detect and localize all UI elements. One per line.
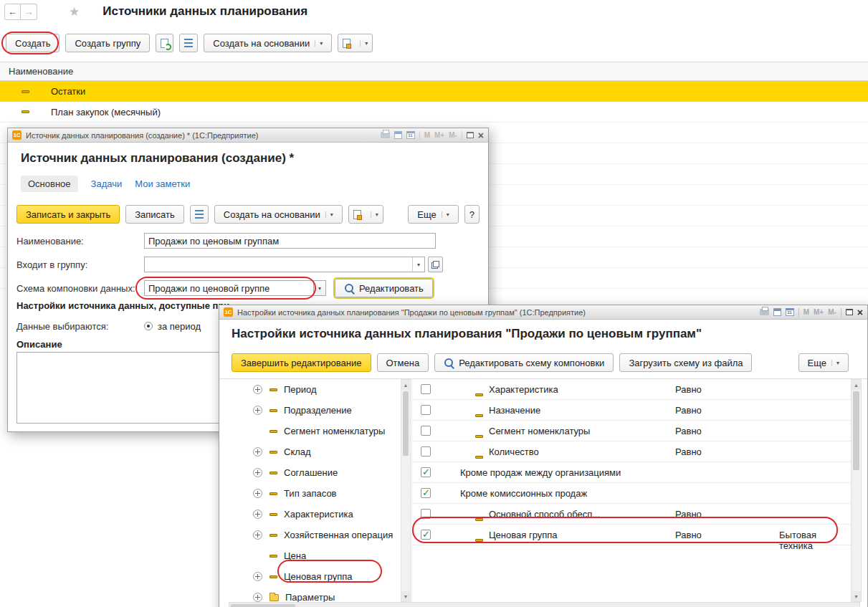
save-and-close-button[interactable]: Записать и закрыть [16, 205, 120, 224]
scroll-down-icon[interactable]: ▼ [401, 591, 410, 601]
condition-row[interactable]: Характеристика Равно [412, 379, 851, 400]
tab-notes[interactable]: Мои заметки [135, 176, 190, 192]
cancel-button[interactable]: Отмена [377, 353, 429, 372]
group-combobox[interactable]: ▾ [144, 257, 425, 272]
scroll-up-icon[interactable]: ▲ [401, 380, 410, 390]
memory-m-minus-button[interactable]: M- [449, 131, 457, 139]
close-icon[interactable]: × [857, 307, 863, 317]
scrollbar-thumb[interactable] [853, 391, 859, 470]
list-row[interactable]: План закупок (месячный) [0, 102, 868, 123]
name-input[interactable] [144, 233, 436, 249]
condition-checkbox[interactable] [421, 384, 431, 394]
open-link-button[interactable] [428, 257, 443, 272]
tree-scrollbar[interactable]: ▲ ▼ [401, 379, 411, 602]
magnifier-edit-icon [444, 358, 454, 368]
dialog1-titlebar[interactable]: 1С Источник данных планирования (создани… [8, 128, 488, 143]
list-output-button[interactable] [190, 205, 209, 224]
finish-editing-button[interactable]: Завершить редактирование [232, 353, 371, 372]
tab-main[interactable]: Основное [21, 176, 78, 192]
print-icon[interactable] [760, 309, 769, 315]
condition-row[interactable]: Назначение Равно [412, 400, 851, 421]
condition-row[interactable]: Кроме комиссионных продаж [412, 483, 851, 504]
tree-item-characteristic[interactable]: Характеристика [229, 504, 401, 525]
conditions-scrollbar[interactable]: ▲ ▼ [851, 379, 862, 602]
tree-item-price-group[interactable]: Ценовая группа [229, 566, 401, 587]
save-button[interactable]: Записать [125, 205, 184, 224]
condition-operator: Равно [675, 384, 702, 395]
forward-button[interactable]: → [21, 4, 37, 20]
calendar-icon[interactable] [773, 308, 781, 316]
back-button[interactable]: ← [4, 4, 21, 20]
scrollbar-thumb[interactable] [231, 604, 295, 607]
memory-m-minus-button[interactable]: M- [828, 308, 836, 316]
create-button[interactable]: Создать [6, 34, 59, 52]
create-based-on-dropdown[interactable]: Создать на основании ▾ [204, 34, 332, 52]
calendar-31-icon[interactable]: 31 [786, 308, 794, 316]
expand-icon[interactable] [253, 468, 262, 477]
tab-tasks[interactable]: Задачи [91, 176, 123, 192]
tree-item-price[interactable]: Цена [229, 545, 401, 566]
expand-icon[interactable] [253, 489, 262, 498]
tree-item-department[interactable]: Подразделение [229, 400, 401, 421]
radio-period[interactable] [144, 322, 153, 330]
condition-row[interactable]: Основной способ обесп... Равно [412, 504, 851, 525]
close-icon[interactable]: × [478, 130, 484, 140]
load-scheme-from-file-button[interactable]: Загрузить схему из файла [619, 353, 752, 372]
condition-row[interactable]: Количество Равно [412, 441, 851, 462]
condition-row[interactable]: Кроме продаж между организациями [412, 462, 851, 483]
condition-checkbox[interactable] [421, 530, 431, 540]
favorite-star-icon[interactable]: ★ [69, 4, 80, 19]
reports-dropdown[interactable]: ▾ [338, 34, 373, 52]
create-group-button[interactable]: Создать группу [65, 34, 150, 52]
condition-checkbox[interactable] [421, 426, 431, 436]
edit-scheme-button[interactable]: Редактировать [335, 279, 433, 297]
memory-m-plus-button[interactable]: M+ [434, 131, 444, 139]
condition-checkbox[interactable] [421, 509, 431, 519]
more-dropdown[interactable]: Еще ▾ [798, 353, 849, 372]
horizontal-scrollbar[interactable] [229, 602, 860, 607]
list-row-selected[interactable]: Остатки [0, 81, 868, 102]
scheme-input[interactable] [144, 280, 314, 296]
more-dropdown[interactable]: Еще ▾ [408, 205, 458, 224]
expand-icon[interactable] [253, 572, 262, 581]
expand-icon[interactable] [253, 593, 262, 602]
tree-item-stock-type[interactable]: Тип запасов [229, 483, 401, 504]
calendar-31-icon[interactable]: 31 [406, 131, 415, 139]
condition-checkbox[interactable] [421, 467, 431, 477]
tree-item-period[interactable]: Период [229, 379, 401, 400]
reports-dropdown[interactable]: ▾ [348, 205, 383, 224]
condition-checkbox[interactable] [421, 405, 431, 415]
dialog2-titlebar[interactable]: 1С Настройки источника данных планирован… [219, 305, 867, 320]
copy-document-button[interactable] [156, 34, 173, 52]
expand-icon[interactable] [253, 406, 262, 415]
condition-checkbox[interactable] [421, 446, 431, 457]
scrollbar-thumb[interactable] [403, 391, 409, 456]
edit-composition-scheme-button[interactable]: Редактировать схему компоновки [434, 353, 614, 372]
print-icon[interactable] [381, 132, 390, 138]
tree-item-segment[interactable]: Сегмент номенклатуры [229, 421, 401, 441]
tree-item-business-operation[interactable]: Хозяйственная операция [229, 525, 401, 545]
scroll-up-icon[interactable]: ▲ [852, 380, 861, 390]
condition-checkbox[interactable] [421, 488, 431, 498]
tree-item-agreement[interactable]: Соглашение [229, 462, 401, 483]
memory-m-plus-button[interactable]: M+ [814, 308, 824, 316]
memory-m-button[interactable]: M [803, 308, 809, 316]
condition-row-price-group[interactable]: Ценовая группа Равно Бытовая техника [412, 525, 851, 545]
expand-icon[interactable] [253, 447, 262, 457]
expand-icon[interactable] [253, 530, 262, 540]
maximize-icon[interactable] [467, 132, 474, 138]
condition-row[interactable]: Сегмент номенклатуры Равно [412, 421, 851, 441]
memory-m-button[interactable]: M [424, 131, 430, 139]
list-column-header[interactable]: Наименование [0, 62, 868, 81]
create-based-on-dropdown[interactable]: Создать на основании ▾ [214, 205, 343, 224]
scroll-down-icon[interactable]: ▼ [852, 591, 861, 601]
scheme-dropdown-button[interactable]: ▾ [313, 280, 326, 296]
expand-icon[interactable] [253, 385, 262, 394]
maximize-icon[interactable] [846, 309, 853, 315]
list-output-button[interactable] [179, 34, 198, 52]
expand-icon[interactable] [253, 510, 262, 519]
tree-item-warehouse[interactable]: Склад [229, 441, 401, 462]
chevron-down-icon[interactable]: ▾ [412, 257, 424, 272]
help-button[interactable]: ? [464, 205, 480, 224]
calendar-icon[interactable] [394, 131, 402, 139]
